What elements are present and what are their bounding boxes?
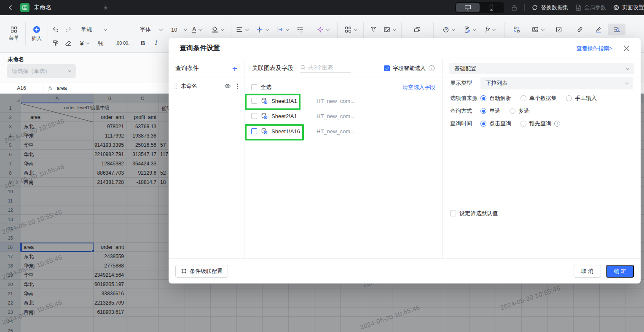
- highlight-pen-button[interactable]: [593, 24, 604, 35]
- font-color-button[interactable]: A: [191, 24, 203, 35]
- redo-button[interactable]: [63, 24, 73, 35]
- font-size-dropdown[interactable]: 10: [169, 24, 188, 35]
- close-icon[interactable]: [623, 45, 630, 51]
- radio-icon[interactable]: [480, 108, 486, 114]
- link-button[interactable]: [575, 24, 585, 35]
- smart-select-label: 字段智能选入: [393, 65, 426, 72]
- undo-button[interactable]: [51, 24, 61, 35]
- global-params-button[interactable]: 全局参数: [575, 4, 606, 11]
- image-dropdown[interactable]: [530, 24, 546, 35]
- chart-item-name: Sheet2!A1: [271, 113, 309, 119]
- format-painter-button[interactable]: [51, 37, 61, 49]
- smart-field-select: 字段智能选入 i: [384, 65, 435, 72]
- cascade-config-button[interactable]: 条件级联配置: [175, 265, 228, 278]
- radio-option[interactable]: 点击查询: [480, 120, 511, 127]
- chart-item-dataset: HT_new_com...: [317, 113, 355, 119]
- function-dropdown[interactable]: fx: [484, 24, 497, 35]
- vertical-align-dropdown[interactable]: [255, 24, 270, 35]
- text-orientation-dropdown[interactable]: [275, 24, 290, 35]
- filter-button[interactable]: [368, 24, 378, 35]
- fill-color-button[interactable]: [210, 24, 225, 35]
- italic-button[interactable]: I: [153, 37, 159, 49]
- star-icon[interactable]: ★: [103, 4, 108, 11]
- drag-handle-icon[interactable]: [174, 84, 177, 89]
- page-settings-button[interactable]: 页面设置: [613, 4, 644, 11]
- horizontal-align-dropdown[interactable]: [234, 24, 250, 35]
- clear-selected-fields-link[interactable]: 清空选入字段: [402, 84, 435, 91]
- report-edit-dropdown[interactable]: [462, 24, 478, 35]
- default-value-checkbox[interactable]: [450, 211, 456, 216]
- insert-button[interactable]: 插入: [28, 22, 46, 46]
- cards-button[interactable]: [412, 24, 422, 35]
- visibility-eye-icon[interactable]: [224, 83, 231, 89]
- cell-reference-box[interactable]: A16: [0, 83, 43, 93]
- chart-item-checkbox[interactable]: [251, 113, 257, 119]
- default-value-row: 设定筛选默认值: [450, 210, 498, 217]
- filter-widget-placeholder: 请选择（单选）: [12, 67, 50, 75]
- more-options-icon[interactable]: [237, 84, 238, 89]
- query-search-button[interactable]: [608, 24, 625, 35]
- confirm-button[interactable]: 确定: [606, 265, 634, 278]
- data-sync-button[interactable]: [512, 24, 522, 35]
- currency-format-button[interactable]: ¥: [78, 37, 91, 49]
- toolbar-separator: [25, 22, 26, 46]
- filter-widget-dropdown[interactable]: 请选择（单选）: [7, 64, 76, 78]
- mobile-view-button[interactable]: [480, 3, 503, 12]
- widgets-dropdown[interactable]: [343, 24, 359, 35]
- operation-guide-link[interactable]: 查看操作指南>: [576, 45, 612, 52]
- eraser-button[interactable]: [63, 37, 73, 49]
- magic-style-dropdown[interactable]: [315, 24, 331, 35]
- radio-option[interactable]: 手工输入: [566, 94, 597, 102]
- formula-input[interactable]: area: [56, 85, 67, 91]
- modal-title: 查询条件设置: [180, 44, 220, 53]
- radio-icon[interactable]: [521, 121, 526, 127]
- info-icon[interactable]: i: [554, 121, 560, 127]
- chart-item-dataset: HT_new_com...: [317, 128, 355, 135]
- menu-button[interactable]: 菜单: [5, 22, 23, 46]
- chart-dropdown[interactable]: [441, 24, 456, 35]
- radio-option[interactable]: 预先查询i: [521, 120, 560, 127]
- add-condition-button[interactable]: +: [232, 64, 237, 73]
- radio-option[interactable]: 多选: [510, 107, 529, 115]
- cascade-icon: [181, 268, 187, 274]
- percent-format-button[interactable]: %: [96, 37, 105, 49]
- lock-icon[interactable]: [511, 4, 518, 11]
- radio-label: 单选: [489, 107, 500, 115]
- radio-icon[interactable]: [566, 95, 572, 101]
- radio-icon[interactable]: [521, 95, 526, 101]
- basic-config-section[interactable]: 基础配置: [449, 63, 634, 74]
- document-title[interactable]: 未命名: [34, 4, 51, 11]
- smart-select-checkbox[interactable]: [384, 65, 390, 71]
- chart-search-input[interactable]: [308, 64, 347, 70]
- radio-option[interactable]: 单选: [480, 107, 500, 115]
- chart-item-dataset: HT_new_com...: [317, 98, 355, 104]
- font-family-dropdown[interactable]: 字体: [138, 24, 164, 35]
- config-label: 查询方式: [450, 107, 472, 115]
- desktop-view-button[interactable]: [456, 3, 480, 12]
- radio-label: 自动解析: [489, 94, 511, 102]
- replace-dataset-button[interactable]: 替换数据集: [531, 4, 568, 11]
- chart-item-sheet2a1[interactable]: Sheet2!A1HT_new_com...: [244, 108, 442, 124]
- info-icon[interactable]: i: [429, 65, 435, 71]
- config-label: 展示类型: [450, 79, 472, 87]
- select-all-checkbox[interactable]: [251, 84, 257, 90]
- indent-button[interactable]: [295, 24, 305, 35]
- query-settings-modal: 查询条件设置 查看操作指南> 查询条件 + 未命名: [169, 38, 641, 283]
- radio-icon[interactable]: [480, 121, 486, 127]
- radio-label: 预先查询: [529, 120, 551, 127]
- radio-icon[interactable]: [480, 95, 486, 101]
- bold-button[interactable]: B: [139, 37, 147, 49]
- display-type-select[interactable]: 下拉列表: [480, 77, 633, 89]
- chevron-down-icon: [68, 69, 71, 72]
- topbar: 未命名 ★ 替换数据集 全局参数: [0, 0, 644, 15]
- radio-option[interactable]: 自动解析: [480, 94, 511, 102]
- radio-icon[interactable]: [510, 108, 515, 114]
- number-format-dropdown[interactable]: 常规: [79, 24, 108, 35]
- radio-option[interactable]: 单个数据集: [521, 94, 557, 102]
- back-button[interactable]: [6, 3, 15, 12]
- checkbox-insert-button[interactable]: [554, 24, 564, 35]
- condition-list-item[interactable]: 未命名: [169, 78, 244, 94]
- cancel-button[interactable]: 取消: [574, 265, 601, 278]
- cascade-label: 条件级联配置: [190, 267, 223, 275]
- conditional-format-dropdown[interactable]: [382, 24, 397, 35]
